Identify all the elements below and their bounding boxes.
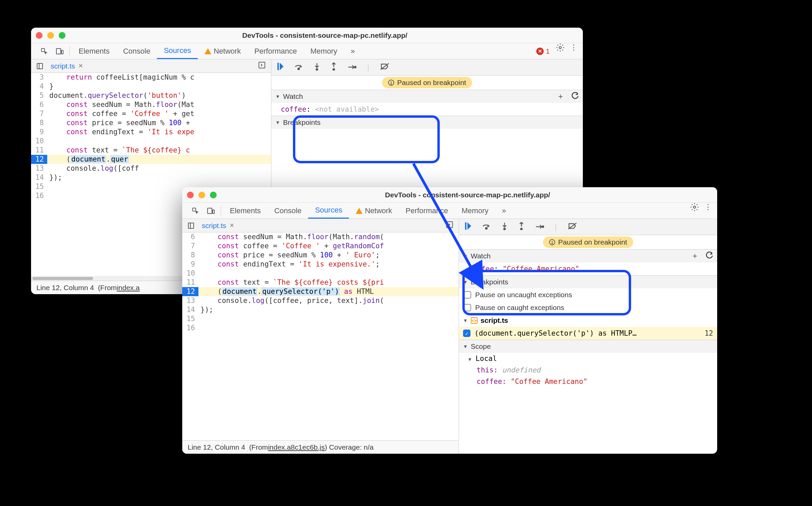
navigator-icon[interactable] [185,222,197,229]
device-icon[interactable] [203,203,219,219]
debug-toolbar: | [271,59,583,76]
add-watch-icon[interactable]: + [693,251,697,261]
svg-point-27 [486,227,487,229]
svg-point-37 [552,243,552,244]
refresh-watch-icon[interactable] [706,252,713,261]
warning-icon [205,48,211,54]
pause-uncaught-checkbox[interactable]: Pause on uncaught exceptions [459,288,717,301]
paused-badge: Paused on breakpoint [382,77,472,88]
svg-point-18 [391,84,391,84]
bp-file[interactable]: ▼<>script.ts [459,314,717,327]
breakpoints-header[interactable]: ▼Breakpoints [271,116,583,129]
svg-point-29 [504,228,506,230]
pretty-print-icon[interactable] [446,221,453,230]
svg-point-8 [298,68,300,69]
tab-memory[interactable]: Memory [304,43,344,59]
inspect-icon[interactable] [188,203,203,219]
svg-rect-7 [277,63,279,70]
tab-elements[interactable]: Elements [223,203,268,219]
scope-header[interactable]: ▼Scope [459,340,717,353]
tab-more[interactable]: » [344,43,361,59]
error-icon: ✕ [536,48,544,55]
paused-badge: Paused on breakpoint [543,236,633,248]
svg-point-12 [333,68,335,70]
watch-header[interactable]: ▼Watch+ [271,90,583,103]
step-over-icon[interactable] [482,222,491,232]
breakpoint-row[interactable]: ✓(document.querySelector('p') as HTMLP…1… [459,327,717,340]
code-editor[interactable]: 6 const seedNum = Math.floor(Math.random… [182,232,459,440]
tab-sources[interactable]: Sources [157,43,198,59]
close-tab-icon[interactable]: ✕ [229,222,234,229]
minimize-button[interactable] [47,32,54,39]
step-out-icon[interactable] [331,62,337,73]
step-into-icon[interactable] [502,222,508,232]
file-tab-script[interactable]: script.ts✕ [197,219,239,232]
step-over-icon[interactable] [294,63,303,72]
panel-tabs: Elements Console Sources Network Perform… [31,43,583,59]
tab-more[interactable]: » [495,203,513,219]
inspect-icon[interactable] [36,43,52,59]
watch-expression[interactable]: coffee: <not available> [271,103,583,116]
scope-coffee: coffee: "Coffee Americano" [459,376,717,387]
svg-rect-1 [56,49,61,54]
svg-point-22 [694,206,696,208]
error-badge[interactable]: ✕1 [536,43,550,59]
svg-point-31 [521,228,522,230]
svg-point-10 [316,68,318,70]
step-into-icon[interactable] [314,62,320,73]
close-button[interactable] [187,192,194,198]
close-button[interactable] [36,32,43,39]
tab-console[interactable]: Console [268,203,308,219]
maximize-button[interactable] [59,32,65,39]
file-icon: <> [471,317,478,324]
svg-rect-21 [213,210,214,214]
step-out-icon[interactable] [518,222,524,232]
pretty-print-icon[interactable] [258,61,266,71]
svg-rect-26 [465,222,466,230]
svg-point-33 [542,226,544,227]
tab-memory[interactable]: Memory [455,203,495,219]
deactivate-bp-icon[interactable] [568,222,577,232]
scope-local[interactable]: ▼ Local [459,353,717,364]
window-title: DevTools - consistent-source-map-pc.netl… [72,31,578,39]
refresh-watch-icon[interactable] [571,92,579,101]
close-tab-icon[interactable]: ✕ [78,62,83,69]
add-watch-icon[interactable]: + [558,92,563,101]
settings-icon[interactable] [556,43,565,59]
step-icon[interactable] [535,223,544,231]
watch-header[interactable]: ▼Watch+ [459,250,717,262]
resume-icon[interactable] [465,222,471,232]
minimize-button[interactable] [198,192,205,198]
tab-performance[interactable]: Performance [248,43,304,59]
bp-checkbox[interactable]: ✓ [463,330,470,337]
maximize-button[interactable] [210,192,217,198]
step-icon[interactable] [348,63,356,72]
svg-rect-20 [208,208,212,214]
tab-console[interactable]: Console [116,43,157,59]
tab-performance[interactable]: Performance [399,203,455,219]
source-link[interactable]: index.a8c1ec6b.js [268,443,325,451]
panel-tabs: Elements Console Sources Network Perform… [182,203,717,219]
status-bar: Line 12, Column 4 (From index.a8c1ec6b.j… [182,440,459,454]
tab-network[interactable]: Network [349,203,399,219]
deactivate-bp-icon[interactable] [380,63,389,72]
titlebar: DevTools - consistent-source-map-pc.netl… [182,187,717,203]
breakpoints-header[interactable]: ▼Breakpoints [459,276,717,288]
svg-rect-4 [37,63,43,69]
watch-expression[interactable]: coffee: "Coffee Americano" [459,262,717,275]
device-icon[interactable] [52,43,67,59]
pause-caught-checkbox[interactable]: Pause on caught exceptions [459,301,717,314]
kebab-menu-icon[interactable]: ⋮ [704,203,712,219]
source-link[interactable]: index.a [117,284,140,292]
file-tabs: script.ts✕ [182,219,459,232]
tab-sources[interactable]: Sources [308,203,349,219]
navigator-icon[interactable] [34,63,46,69]
kebab-menu-icon[interactable]: ⋮ [570,43,577,59]
debugger-pane: | Paused on breakpoint ▼Watch+ coffee: "… [459,219,717,454]
warning-icon [356,208,362,214]
tab-elements[interactable]: Elements [72,43,116,59]
resume-icon[interactable] [277,63,283,72]
settings-icon[interactable] [690,203,699,219]
tab-network[interactable]: Network [198,43,248,59]
file-tab-script[interactable]: script.ts✕ [46,59,88,73]
